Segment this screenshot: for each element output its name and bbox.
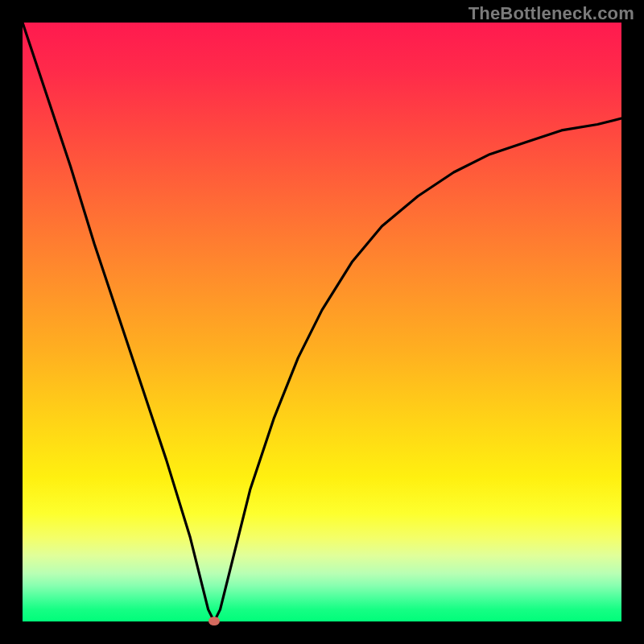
- chart-frame: TheBottleneck.com: [0, 0, 644, 644]
- bottleneck-curve: [23, 23, 621, 621]
- plot-area: [23, 23, 621, 621]
- watermark-text: TheBottleneck.com: [469, 3, 634, 24]
- minimum-marker-dot: [208, 617, 220, 625]
